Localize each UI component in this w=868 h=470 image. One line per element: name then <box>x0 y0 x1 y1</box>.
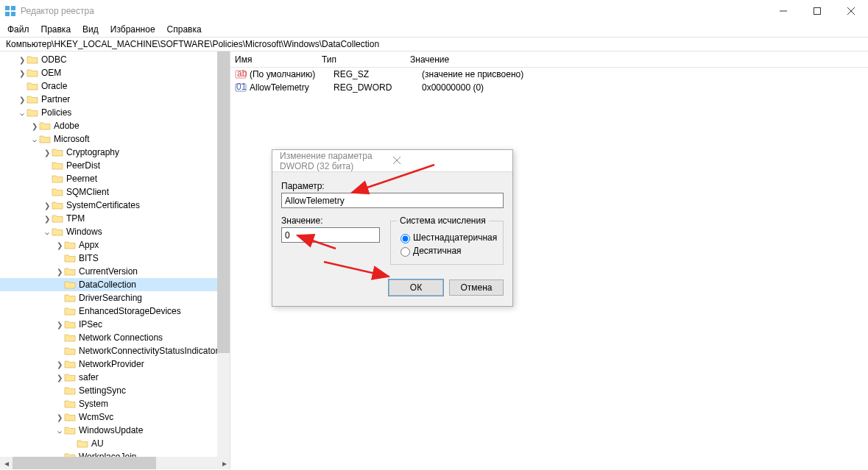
tree-item[interactable]: AU <box>0 437 230 450</box>
col-name[interactable]: Имя <box>235 54 322 65</box>
base-legend: Система исчисления <box>397 216 489 226</box>
tree-item[interactable]: Oracle <box>0 79 230 93</box>
col-type[interactable]: Тип <box>322 54 410 65</box>
menu-help[interactable]: Справка <box>161 23 208 36</box>
tree-item[interactable]: SQMClient <box>0 185 230 199</box>
tree-item[interactable]: ⌵Microsoft <box>0 132 230 146</box>
folder-icon <box>64 332 76 343</box>
radio-dec[interactable]: Десятичная <box>397 245 497 257</box>
tree-item[interactable]: ⌵Policies <box>0 106 230 119</box>
value-data: 0x00000000 (0) <box>422 82 868 93</box>
scroll-left-icon[interactable]: ◂ <box>0 457 13 469</box>
tree-item-label: CurrentVersion <box>79 266 138 277</box>
tree-hscroll[interactable]: ◂ ▸ <box>0 457 230 469</box>
tree-item[interactable]: ❯SystemCertificates <box>0 199 230 212</box>
folder-icon <box>52 147 63 157</box>
chevron-right-icon[interactable]: ❯ <box>43 202 52 210</box>
svg-rect-5 <box>814 8 821 15</box>
chevron-right-icon[interactable]: ❯ <box>18 56 27 64</box>
value-row[interactable]: ab(По умолчанию)REG_SZ(значение не присв… <box>230 68 868 81</box>
tree-item[interactable]: ❯Partner <box>0 93 230 106</box>
close-button[interactable] <box>834 0 868 22</box>
chevron-down-icon[interactable]: ⌵ <box>55 427 64 435</box>
param-input[interactable] <box>281 193 504 208</box>
dialog-title: Изменение параметра DWORD (32 бита) <box>280 151 392 171</box>
chevron-down-icon[interactable]: ⌵ <box>30 135 39 143</box>
tree-item[interactable]: ❯NetworkProvider <box>0 357 230 371</box>
window-title: Редактор реестра <box>21 6 766 16</box>
menu-favorites[interactable]: Избранное <box>105 23 161 36</box>
chevron-down-icon[interactable]: ⌵ <box>18 109 27 117</box>
address-bar[interactable]: Компьютер\HKEY_LOCAL_MACHINE\SOFTWARE\Po… <box>0 37 868 51</box>
cancel-button[interactable]: Отмена <box>449 279 504 296</box>
maximize-button[interactable] <box>800 0 834 22</box>
close-icon[interactable] <box>392 156 505 166</box>
chevron-right-icon[interactable]: ❯ <box>43 215 52 223</box>
chevron-down-icon[interactable]: ⌵ <box>43 228 52 236</box>
folder-icon <box>64 399 76 409</box>
tree-item[interactable]: EnhancedStorageDevices <box>0 305 230 318</box>
tree-item-label: Oracle <box>41 81 67 91</box>
tree-item[interactable]: System <box>0 397 230 410</box>
chevron-right-icon[interactable]: ❯ <box>55 360 64 368</box>
value-row[interactable]: 011AllowTelemetryREG_DWORD0x00000000 (0) <box>230 81 868 94</box>
tree-item-label: DriverSearching <box>79 293 142 303</box>
tree-item[interactable]: Network Connections <box>0 331 230 344</box>
chevron-right-icon[interactable]: ❯ <box>18 96 27 104</box>
chevron-right-icon[interactable]: ❯ <box>55 413 64 421</box>
chevron-right-icon[interactable]: ❯ <box>43 149 52 157</box>
radio-hex-input[interactable] <box>401 234 410 243</box>
tree-item[interactable]: ❯Cryptography <box>0 146 230 159</box>
scroll-right-icon[interactable]: ▸ <box>218 457 230 469</box>
tree-item[interactable]: DataCollection <box>0 278 230 291</box>
column-headers[interactable]: Имя Тип Значение <box>230 51 868 68</box>
dialog-titlebar[interactable]: Изменение параметра DWORD (32 бита) <box>272 150 512 172</box>
tree-item[interactable]: ❯ODBC <box>0 53 230 66</box>
tree-item[interactable]: SettingSync <box>0 384 230 397</box>
tree-item-label: OEM <box>41 68 61 78</box>
tree-item-label: SQMClient <box>66 187 109 197</box>
chevron-right-icon[interactable]: ❯ <box>55 268 64 276</box>
tree-item-label: DataCollection <box>79 279 136 290</box>
col-value[interactable]: Значение <box>410 54 868 65</box>
tree-item-label: PeerDist <box>66 160 100 171</box>
tree-item[interactable]: ❯Appx <box>0 238 230 252</box>
folder-icon <box>52 200 63 210</box>
chevron-right-icon[interactable]: ❯ <box>30 122 39 130</box>
folder-icon <box>64 279 76 290</box>
tree-item[interactable]: ❯OEM <box>0 66 230 79</box>
value-input[interactable] <box>281 227 380 243</box>
minimize-button[interactable] <box>766 0 800 22</box>
value-label: Значение: <box>281 216 380 226</box>
ok-button[interactable]: ОК <box>389 279 443 296</box>
tree-item[interactable]: ⌵Windows <box>0 225 230 238</box>
tree-item[interactable]: ⌵WindowsUpdate <box>0 424 230 437</box>
tree-item[interactable]: ❯safer <box>0 371 230 384</box>
tree-item[interactable]: ❯Adobe <box>0 119 230 132</box>
tree-item[interactable]: ❯TPM <box>0 212 230 225</box>
tree-item[interactable]: PeerDist <box>0 159 230 172</box>
radio-hex[interactable]: Шестнадцатеричная <box>397 232 497 243</box>
tree-item-label: WindowsUpdate <box>79 425 143 435</box>
tree-item[interactable]: DriverSearching <box>0 291 230 305</box>
radio-dec-input[interactable] <box>401 247 410 257</box>
menu-edit[interactable]: Правка <box>35 23 77 36</box>
titlebar: Редактор реестра <box>0 0 868 22</box>
menu-file[interactable]: Файл <box>1 23 35 36</box>
chevron-right-icon[interactable]: ❯ <box>18 69 27 77</box>
chevron-right-icon[interactable]: ❯ <box>55 374 64 382</box>
tree-item-label: Policies <box>41 107 71 118</box>
folder-icon <box>52 187 63 197</box>
tree-item[interactable]: Peernet <box>0 172 230 185</box>
tree-item[interactable]: ❯WcmSvc <box>0 410 230 424</box>
chevron-right-icon[interactable]: ❯ <box>55 321 64 329</box>
tree-item-label: ODBC <box>41 54 67 65</box>
tree-item-label: IPSec <box>79 319 102 330</box>
tree-item[interactable]: BITS <box>0 252 230 265</box>
menu-view[interactable]: Вид <box>77 23 105 36</box>
tree-vscroll[interactable] <box>217 51 230 457</box>
tree-item[interactable]: NetworkConnectivityStatusIndicator <box>0 344 230 357</box>
chevron-right-icon[interactable]: ❯ <box>55 241 64 249</box>
tree-item[interactable]: ❯IPSec <box>0 318 230 331</box>
tree-item[interactable]: ❯CurrentVersion <box>0 265 230 278</box>
